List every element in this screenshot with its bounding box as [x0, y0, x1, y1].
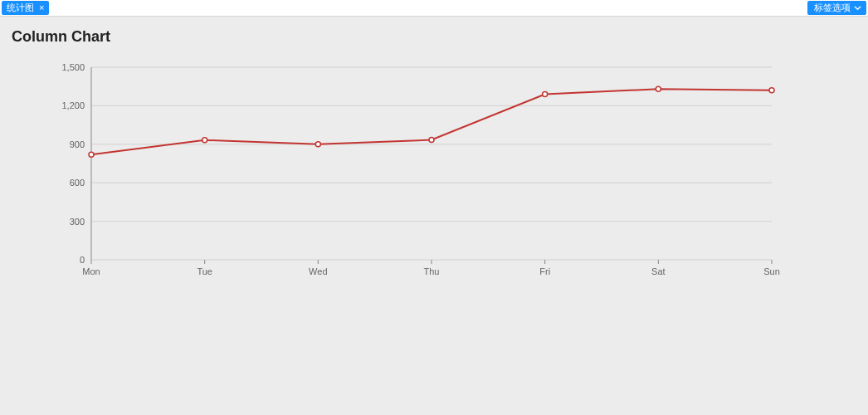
x-tick-label: Sun [763, 266, 780, 276]
data-point[interactable] [429, 138, 434, 143]
chart-container: 03006009001,2001,500MonTueWedThuFriSatSu… [8, 52, 860, 301]
tab-options-button[interactable]: 标签选项 [807, 1, 866, 15]
x-tick-label: Wed [309, 266, 327, 276]
close-icon[interactable]: × [39, 3, 44, 12]
top-bar: 统计图 × 标签选项 [0, 0, 868, 17]
page-title: Column Chart [12, 28, 860, 46]
y-tick-label: 300 [70, 217, 85, 227]
x-tick-label: Thu [424, 266, 440, 276]
y-tick-label: 900 [70, 139, 85, 149]
data-point[interactable] [543, 91, 548, 96]
x-tick-label: Tue [197, 266, 212, 276]
chevron-down-icon [854, 4, 861, 12]
data-point[interactable] [89, 152, 94, 157]
y-tick-label: 1,200 [61, 100, 85, 110]
y-tick-label: 1,500 [61, 62, 85, 72]
data-point[interactable] [769, 88, 774, 93]
x-tick-label: Sat [651, 266, 666, 276]
y-tick-label: 0 [80, 255, 85, 265]
content-area: Column Chart 03006009001,2001,500MonTueW… [0, 17, 868, 415]
x-tick-label: Mon [82, 266, 100, 276]
options-label: 标签选项 [814, 2, 851, 14]
line-chart: 03006009001,2001,500MonTueWedThuFriSatSu… [8, 52, 860, 301]
data-point[interactable] [656, 86, 661, 91]
tab-stats[interactable]: 统计图 × [2, 1, 49, 15]
series-line [91, 89, 772, 154]
y-tick-label: 600 [70, 178, 85, 188]
x-tick-label: Fri [539, 266, 550, 276]
data-point[interactable] [315, 142, 320, 147]
tab-label: 统计图 [7, 2, 34, 14]
data-point[interactable] [202, 138, 207, 143]
